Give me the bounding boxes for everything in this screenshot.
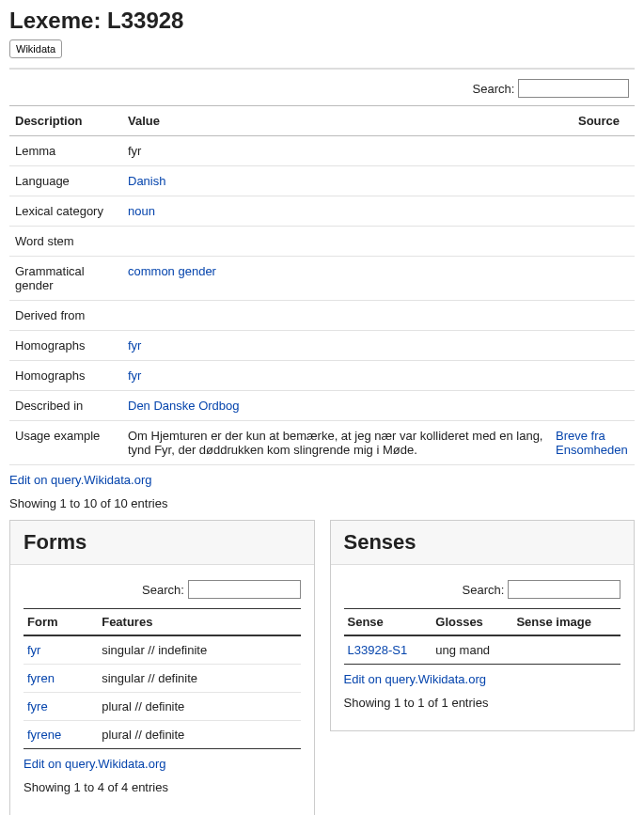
cell-source <box>550 136 635 166</box>
col-form[interactable]: Form <box>24 609 98 636</box>
senses-table: Sense Glosses Sense image L33928-S1ung m… <box>344 608 621 665</box>
cell-glosses: ung mand <box>432 635 512 665</box>
cell-description: Word stem <box>9 227 122 257</box>
cell-sense-image <box>512 635 620 665</box>
cell-source <box>550 166 635 196</box>
cell-description: Derived from <box>9 301 122 331</box>
value-link[interactable]: fyr <box>128 368 141 383</box>
table-row: Described inDen Danske Ordbog <box>9 391 635 421</box>
cell-value: fyr <box>122 331 550 361</box>
value-link[interactable]: Den Danske Ordbog <box>128 399 240 413</box>
cell-form: fyren <box>24 665 98 693</box>
col-features[interactable]: Features <box>98 609 300 636</box>
form-link[interactable]: fyre <box>27 699 48 713</box>
forms-table: Form Features fyrsingular // indefinitef… <box>24 608 301 749</box>
search-label: Search: <box>142 583 184 597</box>
wikidata-button[interactable]: Wikidata <box>9 39 62 58</box>
col-sense[interactable]: Sense <box>344 609 432 636</box>
cell-source <box>550 391 635 421</box>
source-link[interactable]: Breve fra Ensomheden <box>556 429 628 457</box>
table-row: fyreplural // definite <box>24 693 301 721</box>
cell-features: plural // definite <box>98 721 300 749</box>
table-row: Derived from <box>9 301 635 331</box>
cell-source <box>550 227 635 257</box>
cell-features: singular // definite <box>98 665 300 693</box>
cell-form: fyre <box>24 693 98 721</box>
cell-sense: L33928-S1 <box>344 635 432 665</box>
main-info: Showing 1 to 10 of 10 entries <box>9 496 635 510</box>
cell-description: Grammatical gender <box>9 257 122 301</box>
cell-source <box>550 301 635 331</box>
cell-features: plural // definite <box>98 693 300 721</box>
cell-value: fyr <box>122 136 550 166</box>
value-link[interactable]: Danish <box>128 174 165 188</box>
search-label: Search: <box>473 82 515 96</box>
col-description[interactable]: Description <box>9 106 122 136</box>
page-title: Lexeme: L33928 <box>9 8 635 34</box>
value-link[interactable]: noun <box>128 204 155 218</box>
cell-features: singular // indefinite <box>98 635 300 665</box>
table-row: Homographsfyr <box>9 361 635 391</box>
table-row: LanguageDanish <box>9 166 635 196</box>
table-row: fyrsingular // indefinite <box>24 635 301 665</box>
table-row: fyreneplural // definite <box>24 721 301 749</box>
sense-link[interactable]: L33928-S1 <box>348 643 408 657</box>
cell-value: noun <box>122 196 550 227</box>
edit-link-senses[interactable]: Edit on query.Wikidata.org <box>344 672 487 686</box>
col-value[interactable]: Value <box>122 106 550 136</box>
table-row: Grammatical gendercommon gender <box>9 257 635 301</box>
senses-search-bar: Search: <box>344 574 621 608</box>
title-prefix: Lexeme: <box>9 8 107 33</box>
main-search-bar: Search: <box>9 75 635 105</box>
senses-search-input[interactable] <box>508 580 620 599</box>
col-source[interactable]: Source <box>550 106 635 136</box>
cell-description: Homographs <box>9 331 122 361</box>
table-row: fyrensingular // definite <box>24 665 301 693</box>
form-link[interactable]: fyrene <box>27 728 61 742</box>
cell-description: Described in <box>9 391 122 421</box>
divider <box>9 68 635 70</box>
cell-value <box>122 227 550 257</box>
cell-description: Lexical category <box>9 196 122 227</box>
value-link[interactable]: fyr <box>128 338 141 353</box>
edit-link-main[interactable]: Edit on query.Wikidata.org <box>9 473 152 487</box>
cell-description: Lemma <box>9 136 122 166</box>
senses-heading: Senses <box>331 521 635 565</box>
forms-search-input[interactable] <box>188 580 301 599</box>
cell-value: common gender <box>122 257 550 301</box>
table-row: Usage exampleOm Hjemturen er der kun at … <box>9 421 635 465</box>
form-link[interactable]: fyr <box>27 643 40 657</box>
table-row: Lemmafyr <box>9 136 635 166</box>
forms-panel: Forms Search: Form Features fyrsingular … <box>9 520 315 815</box>
cell-value: fyr <box>122 361 550 391</box>
cell-form: fyr <box>24 635 98 665</box>
cell-value <box>122 301 550 331</box>
value-link[interactable]: common gender <box>128 264 216 278</box>
search-input[interactable] <box>518 79 629 98</box>
cell-description: Usage example <box>9 421 122 465</box>
edit-link-forms[interactable]: Edit on query.Wikidata.org <box>24 757 166 771</box>
col-glosses[interactable]: Glosses <box>432 609 512 636</box>
cell-value: Danish <box>122 166 550 196</box>
cell-source <box>550 361 635 391</box>
table-row: Word stem <box>9 227 635 257</box>
cell-value: Den Danske Ordbog <box>122 391 550 421</box>
cell-description: Homographs <box>9 361 122 391</box>
search-label: Search: <box>463 583 505 597</box>
forms-search-bar: Search: <box>24 574 301 608</box>
senses-panel: Senses Search: Sense Glosses Sense image… <box>330 520 636 731</box>
cell-source <box>550 196 635 227</box>
main-table: Description Value Source LemmafyrLanguag… <box>9 105 635 465</box>
table-row: Lexical categorynoun <box>9 196 635 227</box>
table-row: L33928-S1ung mand <box>344 635 621 665</box>
col-sense-image[interactable]: Sense image <box>512 609 620 636</box>
title-id: L33928 <box>107 8 183 33</box>
forms-info: Showing 1 to 4 of 4 entries <box>24 780 301 794</box>
table-row: Homographsfyr <box>9 331 635 361</box>
form-link[interactable]: fyren <box>27 671 55 685</box>
senses-info: Showing 1 to 1 of 1 entries <box>344 696 621 710</box>
cell-description: Language <box>9 166 122 196</box>
cell-source <box>550 257 635 301</box>
cell-source: Breve fra Ensomheden <box>550 421 635 465</box>
forms-heading: Forms <box>10 521 314 565</box>
